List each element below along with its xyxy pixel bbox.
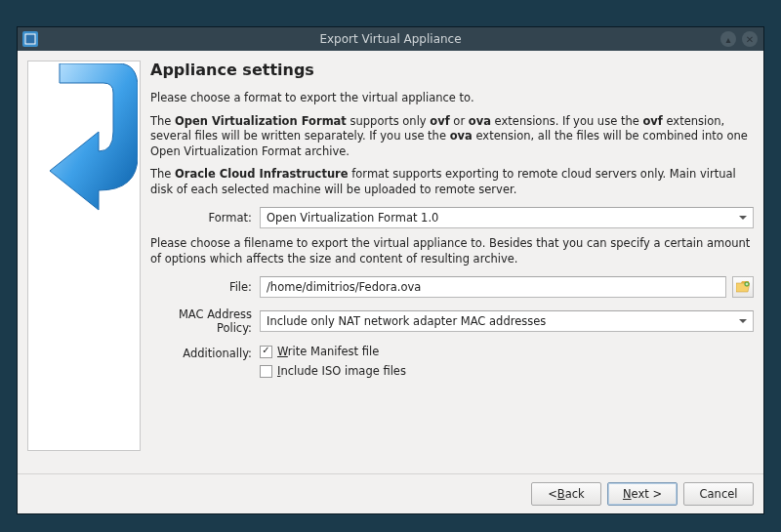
svg-rect-0 [25,34,35,44]
format-row: Format: Open Virtualization Format 1.0 [150,207,754,228]
window-title: Export Virtual Appliance [18,32,763,46]
additionally-row: Additionally: Write Manifest file Includ… [150,345,754,378]
write-manifest-label: Write Manifest file [277,345,379,358]
filename-help-text: Please choose a filename to export the v… [150,236,754,266]
include-iso-checkbox[interactable]: Include ISO image files [260,364,406,378]
file-row: File: /home/dimitrios/Fedora.ova [150,276,754,298]
cancel-button[interactable]: Cancel [683,482,754,506]
export-appliance-window: Export Virtual Appliance ▴ ✕ [17,26,764,514]
intro-text-3: The Oracle Cloud Infrastructure format s… [150,167,754,197]
page-heading: Appliance settings [150,61,754,79]
checkbox-icon [260,365,272,378]
back-button[interactable]: < Back [531,482,601,506]
next-button[interactable]: Next > [607,482,678,506]
browse-file-button[interactable] [732,276,754,298]
titlebar: Export Virtual Appliance ▴ ✕ [18,27,763,51]
window-controls: ▴ ✕ [720,31,763,47]
write-manifest-checkbox[interactable]: Write Manifest file [260,345,406,358]
chevron-down-icon [739,216,747,220]
chevron-down-icon [739,319,747,323]
checkbox-icon [260,346,272,358]
format-value: Open Virtualization Format 1.0 [267,211,438,225]
format-label: Format: [150,211,254,225]
folder-icon [736,281,750,293]
additionally-label: Additionally: [150,345,254,360]
settings-panel: Appliance settings Please choose a forma… [150,61,754,464]
mac-row: MAC Address Policy: Include only NAT net… [150,307,754,335]
mac-select[interactable]: Include only NAT network adapter MAC add… [260,310,754,332]
mac-label: MAC Address Policy: [150,307,254,335]
file-input[interactable]: /home/dimitrios/Fedora.ova [260,276,726,298]
close-icon[interactable]: ✕ [742,31,758,47]
mac-value: Include only NAT network adapter MAC add… [267,314,546,328]
dialog-content: Appliance settings Please choose a forma… [18,51,763,473]
file-label: File: [150,280,254,294]
app-icon [22,31,38,47]
intro-text-2: The Open Virtualization Format supports … [150,114,754,160]
wizard-side-image [27,61,141,451]
file-value: /home/dimitrios/Fedora.ova [267,280,421,294]
include-iso-label: Include ISO image files [277,364,406,378]
intro-text-1: Please choose a format to export the vir… [150,91,754,106]
dialog-footer: < Back Next > Cancel [18,473,763,513]
format-select[interactable]: Open Virtualization Format 1.0 [260,207,754,228]
minimize-icon[interactable]: ▴ [720,31,736,47]
